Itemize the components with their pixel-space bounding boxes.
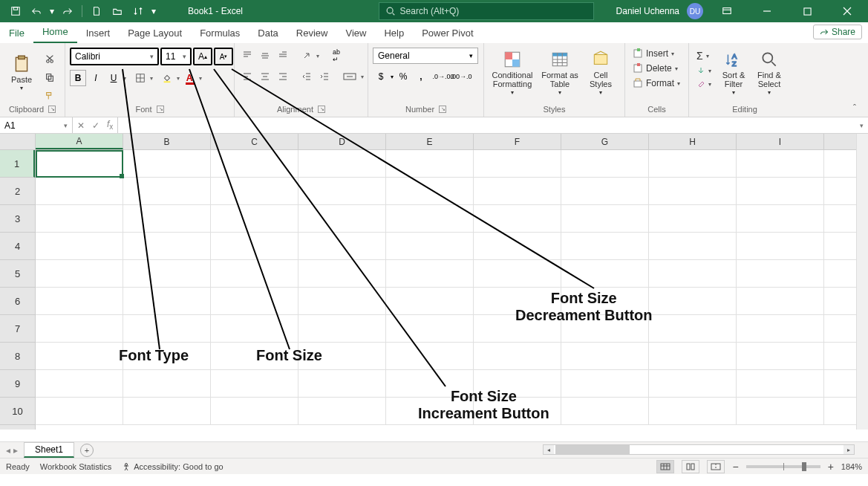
- tab-power-pivot[interactable]: Power Pivot: [413, 23, 482, 43]
- clear-button[interactable]: ▾: [694, 79, 714, 89]
- cell[interactable]: [474, 205, 561, 232]
- row-header[interactable]: 7: [0, 315, 35, 343]
- cell[interactable]: [298, 343, 386, 369]
- cell[interactable]: [36, 150, 123, 177]
- cell[interactable]: [561, 260, 649, 287]
- cells-format-button[interactable]: Format▾: [630, 77, 683, 89]
- tab-view[interactable]: View: [336, 23, 375, 43]
- tab-home[interactable]: Home: [33, 22, 77, 43]
- cell[interactable]: [36, 398, 123, 424]
- cell[interactable]: [561, 370, 649, 397]
- tab-page-layout[interactable]: Page Layout: [119, 23, 191, 43]
- cell[interactable]: [36, 370, 123, 397]
- percent-format-icon[interactable]: %: [395, 68, 411, 85]
- cell[interactable]: [649, 150, 737, 177]
- sheet-prev-icon[interactable]: ◂: [6, 445, 10, 456]
- cell[interactable]: [298, 150, 386, 177]
- cell[interactable]: [298, 260, 386, 287]
- column-header[interactable]: F: [474, 134, 561, 149]
- cell[interactable]: [386, 288, 474, 314]
- align-center-icon[interactable]: [257, 68, 273, 85]
- cut-icon[interactable]: [42, 51, 58, 67]
- cell[interactable]: [737, 398, 824, 424]
- tab-insert[interactable]: Insert: [77, 23, 120, 43]
- zoom-in-icon[interactable]: +: [828, 461, 834, 473]
- cell[interactable]: [474, 343, 561, 369]
- zoom-out-icon[interactable]: −: [732, 461, 738, 473]
- cancel-formula-icon[interactable]: ✕: [77, 120, 85, 131]
- row-header[interactable]: 1: [0, 150, 35, 178]
- cell[interactable]: [211, 288, 298, 314]
- new-sheet-button[interactable]: +: [80, 444, 94, 457]
- column-header[interactable]: D: [298, 134, 386, 149]
- normal-view-icon[interactable]: [656, 460, 674, 473]
- cell[interactable]: [298, 398, 386, 424]
- cell[interactable]: [123, 343, 211, 369]
- tab-data[interactable]: Data: [249, 23, 287, 43]
- cell[interactable]: [474, 288, 561, 314]
- new-file-icon[interactable]: [87, 2, 106, 20]
- cell[interactable]: [211, 370, 298, 397]
- close-button[interactable]: [831, 0, 864, 22]
- cell[interactable]: [211, 205, 298, 232]
- decrease-font-button[interactable]: A▾: [216, 49, 231, 64]
- cell[interactable]: [123, 205, 211, 232]
- italic-button[interactable]: I: [88, 70, 104, 86]
- save-icon[interactable]: [6, 2, 25, 20]
- font-color-button[interactable]: A: [181, 70, 198, 86]
- cell[interactable]: [474, 370, 561, 397]
- cell[interactable]: [211, 233, 298, 259]
- align-bottom-icon[interactable]: [275, 48, 291, 64]
- tab-formulas[interactable]: Formulas: [191, 23, 249, 43]
- cell[interactable]: [737, 315, 824, 342]
- cell[interactable]: [737, 205, 824, 232]
- sheet-next-icon[interactable]: ▸: [13, 445, 18, 456]
- orientation-icon[interactable]: [298, 48, 315, 64]
- minimize-button[interactable]: [751, 0, 783, 22]
- cell[interactable]: [298, 233, 386, 259]
- cell[interactable]: [561, 288, 649, 314]
- number-dialog-icon[interactable]: ↘: [439, 106, 446, 113]
- cell[interactable]: [386, 150, 474, 177]
- cell[interactable]: [386, 370, 474, 397]
- fill-button[interactable]: ▾: [694, 65, 714, 76]
- cell[interactable]: [737, 343, 824, 369]
- increase-indent-icon[interactable]: [316, 68, 333, 85]
- cell[interactable]: [298, 370, 386, 397]
- cell[interactable]: [211, 260, 298, 287]
- column-header[interactable]: I: [737, 134, 824, 149]
- column-header[interactable]: H: [649, 134, 737, 149]
- cell[interactable]: [386, 260, 474, 287]
- increase-decimal-icon[interactable]: .0→.00: [435, 68, 451, 85]
- cell[interactable]: [649, 315, 737, 342]
- bold-button[interactable]: B: [70, 70, 86, 86]
- borders-button[interactable]: [132, 70, 149, 86]
- cell[interactable]: [36, 233, 123, 259]
- cell[interactable]: [211, 343, 298, 369]
- status-wbstats[interactable]: Workbook Statistics: [40, 462, 111, 471]
- column-header[interactable]: A: [36, 134, 123, 149]
- cell[interactable]: [649, 260, 737, 287]
- cell[interactable]: [386, 343, 474, 369]
- cell[interactable]: [474, 260, 561, 287]
- formula-input[interactable]: [118, 117, 855, 133]
- cell[interactable]: [123, 398, 211, 424]
- cell[interactable]: [36, 288, 123, 314]
- sheet-tab[interactable]: Sheet1: [24, 442, 74, 458]
- increase-font-button[interactable]: A▴: [195, 49, 210, 64]
- horizontal-scrollbar[interactable]: ◂ ▸: [543, 444, 855, 455]
- conditional-formatting-button[interactable]: Conditional Formatting▾: [489, 48, 536, 98]
- align-middle-icon[interactable]: [257, 48, 273, 64]
- accounting-format-icon[interactable]: $: [373, 68, 389, 85]
- cell[interactable]: [386, 233, 474, 259]
- row-header[interactable]: 5: [0, 260, 35, 288]
- format-as-table-button[interactable]: Format as Table▾: [539, 48, 581, 98]
- tab-file[interactable]: File: [0, 23, 33, 43]
- paste-button[interactable]: Paste ▾: [4, 48, 39, 98]
- cell[interactable]: [211, 178, 298, 204]
- name-box[interactable]: A1▾: [0, 117, 73, 133]
- cell[interactable]: [211, 398, 298, 424]
- number-format-combo[interactable]: General▾: [373, 48, 478, 64]
- cell[interactable]: [737, 370, 824, 397]
- column-header[interactable]: B: [123, 134, 211, 149]
